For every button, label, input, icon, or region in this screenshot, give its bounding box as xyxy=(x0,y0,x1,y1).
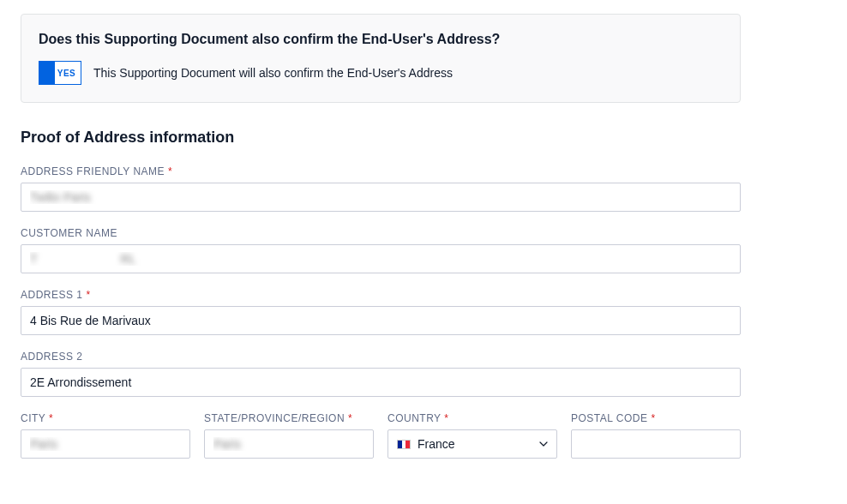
required-asterisk: * xyxy=(168,165,172,177)
confirm-title: Does this Supporting Document also confi… xyxy=(39,32,723,47)
field-state: STATE/PROVINCE/REGION * xyxy=(204,412,374,459)
select-country-wrap: France xyxy=(387,429,557,459)
required-asterisk: * xyxy=(651,412,655,424)
label-text: CITY xyxy=(21,412,45,424)
france-flag-icon xyxy=(397,440,411,449)
field-address1: ADDRESS 1 * xyxy=(21,289,826,335)
input-address1[interactable] xyxy=(21,306,741,335)
label-city: CITY * xyxy=(21,412,190,424)
confirm-description: This Supporting Document will also confi… xyxy=(93,66,453,80)
address-row: CITY * STATE/PROVINCE/REGION * COUNTRY * xyxy=(21,412,741,459)
label-state: STATE/PROVINCE/REGION * xyxy=(204,412,374,424)
label-text: ADDRESS 1 xyxy=(21,289,83,301)
required-asterisk: * xyxy=(49,412,53,424)
field-customer-name: CUSTOMER NAME xyxy=(21,227,826,273)
field-friendly-name: ADDRESS FRIENDLY NAME * xyxy=(21,165,826,212)
field-address2: ADDRESS 2 xyxy=(21,351,826,397)
label-friendly-name: ADDRESS FRIENDLY NAME * xyxy=(21,165,826,177)
label-text: COUNTRY xyxy=(387,412,441,424)
input-friendly-name[interactable] xyxy=(21,183,741,212)
toggle-indicator xyxy=(39,62,55,84)
label-text: POSTAL CODE xyxy=(571,412,648,424)
required-asterisk: * xyxy=(444,412,448,424)
form-container: Does this Supporting Document also confi… xyxy=(0,0,847,476)
label-address2: ADDRESS 2 xyxy=(21,351,826,363)
input-postal[interactable] xyxy=(571,429,741,459)
required-asterisk: * xyxy=(86,289,90,301)
field-city: CITY * xyxy=(21,412,190,459)
country-value: France xyxy=(417,437,455,451)
field-country: COUNTRY * France xyxy=(387,412,557,459)
label-text: ADDRESS FRIENDLY NAME xyxy=(21,165,165,177)
toggle-label: YES xyxy=(55,69,81,78)
section-heading: Proof of Address information xyxy=(21,129,826,147)
confirm-toggle[interactable]: YES xyxy=(39,61,81,85)
input-state[interactable] xyxy=(204,429,374,459)
label-customer-name: CUSTOMER NAME xyxy=(21,227,826,239)
confirm-address-box: Does this Supporting Document also confi… xyxy=(21,14,741,103)
input-address2[interactable] xyxy=(21,368,741,397)
required-asterisk: * xyxy=(348,412,352,424)
input-customer-name[interactable] xyxy=(21,244,741,273)
label-country: COUNTRY * xyxy=(387,412,557,424)
field-postal: POSTAL CODE * xyxy=(571,412,741,459)
input-city[interactable] xyxy=(21,429,190,459)
label-address1: ADDRESS 1 * xyxy=(21,289,826,301)
label-text: STATE/PROVINCE/REGION xyxy=(204,412,345,424)
confirm-toggle-row: YES This Supporting Document will also c… xyxy=(39,61,723,85)
label-postal: POSTAL CODE * xyxy=(571,412,741,424)
select-country[interactable]: France xyxy=(387,429,557,459)
